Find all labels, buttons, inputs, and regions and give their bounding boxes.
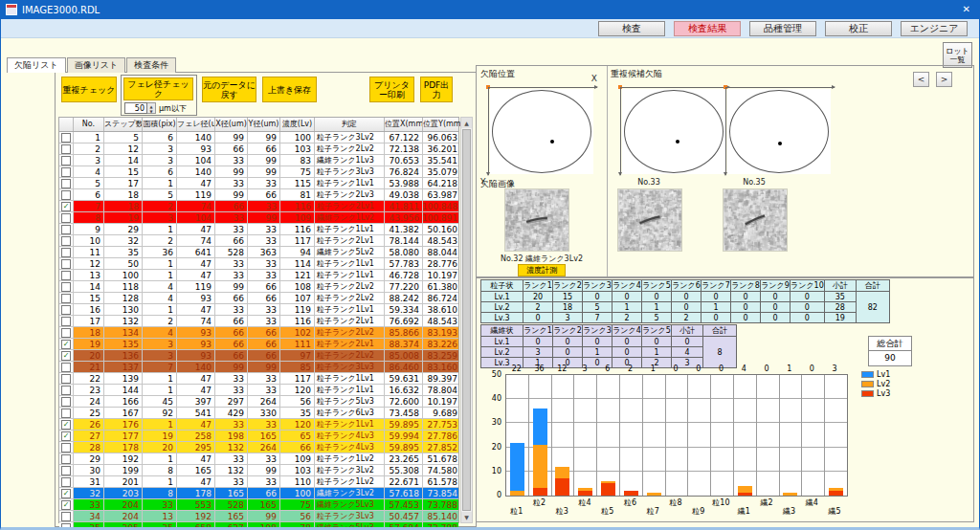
tab-defect-list[interactable]: 欠陥リスト <box>7 57 66 73</box>
table-row[interactable]: 281782029513226466粒子ランク4Lv359.89527.852 <box>59 442 458 453</box>
row-checkbox-checked[interactable]: ✓ <box>61 500 71 510</box>
table-row[interactable]: 251679254142933035粒子ランク6Lv373.4589.689 <box>59 408 458 419</box>
nav-button-product-management[interactable]: 品種管理 <box>749 21 816 36</box>
next-button[interactable]: > <box>936 72 952 87</box>
table-row[interactable]: 171322746633116粒子ランク2Lv176.69248.543 <box>59 316 458 327</box>
table-row[interactable]: ✓332043355352816575繊維ランク5Lv357.45373.788 <box>59 499 458 511</box>
close-icon[interactable]: ✕ <box>963 4 970 14</box>
row-checkbox[interactable] <box>61 328 71 338</box>
row-checkbox[interactable] <box>61 374 71 384</box>
scroll-down-icon[interactable]: ▼ <box>461 512 472 522</box>
nav-button-inspection[interactable]: 検査 <box>598 21 665 36</box>
row-checkbox-checked[interactable]: ✓ <box>61 431 71 441</box>
row-checkbox[interactable] <box>61 259 71 269</box>
duplicate-check-button[interactable]: 重複チェック <box>61 77 117 102</box>
table-row[interactable]: 2123936666103粒子ランク2Lv272.13836.201 <box>59 144 458 155</box>
table-row[interactable]: 81931043399109繊維ランク1Lv243.956100.891 <box>59 212 458 224</box>
table-cell: 粒子ランク4Lv3 <box>315 431 385 441</box>
row-checkbox[interactable] <box>61 282 71 292</box>
table-row[interactable]: 312011473333110粒子ランク1Lv222.67161.578 <box>59 476 458 488</box>
table-row[interactable]: 34204131921659956粒子ランク3Lv350.45785.140 <box>59 511 458 522</box>
row-checkbox[interactable] <box>61 179 71 188</box>
table-row[interactable]: 231441473333120粒子ランク1Lv116.63278.804 <box>59 385 458 396</box>
lot-list-button[interactable]: ロット 一覧 <box>943 42 972 68</box>
table-row[interactable]: 11353664152836394繊維ランク5Lv258.08088.044 <box>59 247 458 258</box>
row-checkbox[interactable] <box>61 523 71 530</box>
row-checkbox[interactable] <box>61 294 71 303</box>
table-cell: 26 <box>74 419 104 430</box>
table-row[interactable]: 1411841199966108粒子ランク2Lv277.22061.380 <box>59 281 458 293</box>
table-row[interactable]: 131001473333121粒子ランク1Lv146.72810.197 <box>59 270 458 281</box>
row-checkbox[interactable] <box>61 190 71 200</box>
row-checkbox[interactable] <box>61 317 71 326</box>
row-checkbox[interactable] <box>61 236 71 246</box>
table-row[interactable]: 211377140999985粒子ランク3Lv386.46083.160 <box>59 362 458 373</box>
scroll-thumb[interactable] <box>462 129 471 511</box>
nav-button-calibration[interactable]: 校正 <box>825 21 892 36</box>
row-checkbox[interactable] <box>61 167 71 177</box>
table-row[interactable]: 291921473333109粒子ランク1Lv223.26551.678 <box>59 453 458 465</box>
table-row[interactable]: 4156140999975粒子ランク3Lv376.82435.079 <box>59 166 458 178</box>
row-checkbox[interactable] <box>61 386 71 395</box>
row-checkbox-checked[interactable]: ✓ <box>61 351 71 361</box>
table-row[interactable]: 221391473333117粒子ランク1Lv159.63189.397 <box>59 373 458 385</box>
row-checkbox-checked[interactable]: ✓ <box>61 340 71 349</box>
overwrite-save-button[interactable]: 上書き保存 <box>262 77 317 102</box>
spinner-down-icon[interactable]: ▼ <box>147 109 155 114</box>
table-row[interactable]: ✓32203817816566100繊維ランク3Lv257.61873.854 <box>59 488 458 499</box>
row-checkbox-checked[interactable]: ✓ <box>61 202 71 211</box>
tab-image-list[interactable]: 画像リスト <box>67 57 126 73</box>
row-checkbox[interactable] <box>61 133 71 143</box>
row-checkbox[interactable] <box>61 363 71 372</box>
row-checkbox[interactable] <box>61 512 71 521</box>
row-checkbox[interactable] <box>61 454 71 464</box>
table-row[interactable]: 1561409999100粒子ランク3Lv267.12296.063 <box>59 132 458 144</box>
table-row[interactable]: ✓20136393666697粒子ランク2Lv285.00883.259 <box>59 350 458 362</box>
table-row[interactable]: 241664539729726456粒子ランク5Lv372.60010.197 <box>59 396 458 408</box>
prev-button[interactable]: < <box>913 72 929 87</box>
table-scrollbar[interactable]: ▲ ▼ <box>460 117 473 523</box>
row-checkbox[interactable] <box>61 156 71 166</box>
table-row[interactable]: ✓7182746633116粒子ランク2Lv141.811100.848 <box>59 201 458 212</box>
table-row[interactable]: 6185119996681粒子ランク2Lv349.03863.987 <box>59 189 458 201</box>
restore-data-button[interactable]: 元のデータに戻す <box>202 77 256 102</box>
table-row[interactable]: 12501473333114粒子ランク1Lv157.78328.776 <box>59 258 458 270</box>
nav-button-engineer[interactable]: エンジニア <box>901 21 968 36</box>
row-checkbox[interactable] <box>61 477 71 487</box>
row-checkbox[interactable] <box>61 271 71 280</box>
table-row[interactable]: ✓191353936666111粒子ランク2Lv188.37483.226 <box>59 339 458 350</box>
row-checkbox-checked[interactable]: ✓ <box>61 420 71 430</box>
row-checkbox[interactable] <box>61 443 71 453</box>
row-checkbox[interactable] <box>61 225 71 234</box>
nav-button-inspection-result[interactable]: 検査結果 <box>674 21 741 36</box>
table-row[interactable]: 10322746633117粒子ランク2Lv178.14448.543 <box>59 235 458 247</box>
pdf-output-button[interactable]: PDF出力 <box>420 77 453 102</box>
table-row[interactable]: ✓261761473333120粒子ランク1Lv159.89527.753 <box>59 419 458 431</box>
row-checkbox[interactable] <box>61 397 71 407</box>
table-row[interactable]: 181344936666102粒子ランク2Lv285.86683.193 <box>59 327 458 339</box>
feret-value-input[interactable] <box>124 102 147 114</box>
table-row[interactable]: 352053565862719878繊維ランク5Lv357.68473.788 <box>59 522 458 530</box>
table-cell: 165 <box>248 499 280 510</box>
feret-check-button[interactable]: フェレ径チェック <box>123 77 193 100</box>
table-row[interactable]: 151284936666107粒子ランク2Lv288.24286.724 <box>59 293 458 304</box>
table-row[interactable]: 9291473333116粒子ランク1Lv141.38250.160 <box>59 224 458 235</box>
row-checkbox[interactable] <box>61 305 71 315</box>
table-row[interactable]: 3143104339983繊維ランク1Lv370.65335.541 <box>59 155 458 166</box>
row-checkbox[interactable] <box>61 213 71 223</box>
table-row[interactable]: 5171473333115粒子ランク1Lv153.98864.218 <box>59 178 458 189</box>
spinner-arrows[interactable]: ▲ ▼ <box>147 102 156 114</box>
row-checkbox-checked[interactable]: ✓ <box>61 489 71 498</box>
table-row[interactable]: ✓271771925819816565粒子ランク4Lv359.99427.786 <box>59 431 458 442</box>
row-checkbox[interactable] <box>61 466 71 475</box>
density-measure-button[interactable]: 濃度計測 <box>518 264 566 276</box>
table-row[interactable]: 161301473333119粒子ランク1Lv159.33438.610 <box>59 304 458 316</box>
tab-inspection-conditions[interactable]: 検査条件 <box>126 57 176 73</box>
row-checkbox[interactable] <box>61 409 71 418</box>
scroll-up-icon[interactable]: ▲ <box>461 118 472 128</box>
table-cell: 2 <box>74 144 104 154</box>
row-checkbox[interactable] <box>61 248 71 257</box>
table-row[interactable]: 30199816513299103粒子ランク3Lv255.30874.580 <box>59 465 458 476</box>
printer-print-button[interactable]: プリンター印刷 <box>369 77 414 102</box>
row-checkbox[interactable] <box>61 144 71 154</box>
